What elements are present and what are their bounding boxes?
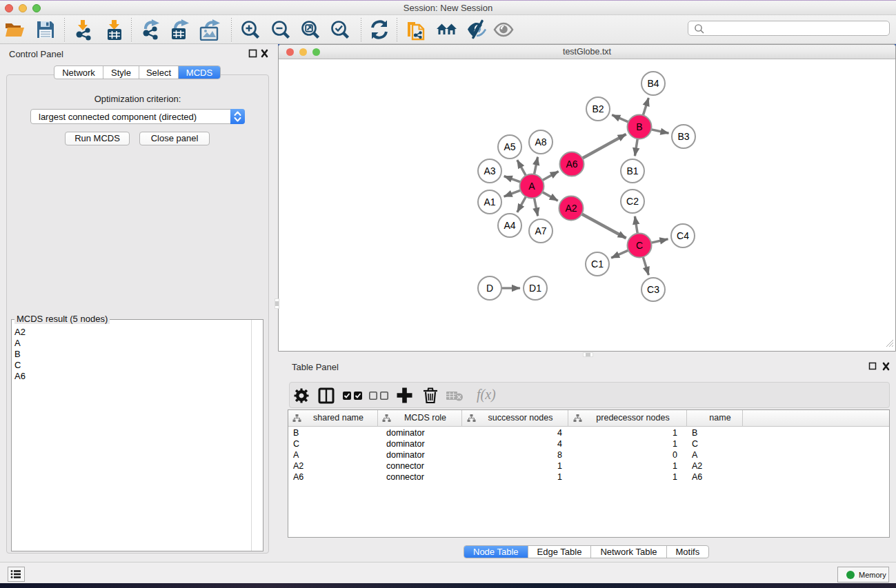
svg-text:B3: B3 <box>677 131 689 142</box>
svg-text:A3: A3 <box>484 165 495 176</box>
svg-text:B4: B4 <box>647 78 659 89</box>
svg-text:C2: C2 <box>626 196 639 207</box>
svg-text:A6: A6 <box>566 159 577 170</box>
svg-text:C: C <box>636 240 643 251</box>
svg-text:B2: B2 <box>592 103 604 114</box>
svg-text:A: A <box>528 181 535 192</box>
svg-text:B: B <box>636 121 642 132</box>
svg-text:A1: A1 <box>484 196 495 207</box>
svg-text:C4: C4 <box>677 230 689 241</box>
svg-text:D1: D1 <box>529 283 541 294</box>
svg-text:A7: A7 <box>535 225 546 236</box>
svg-text:A5: A5 <box>504 141 515 152</box>
svg-text:A2: A2 <box>565 203 577 214</box>
svg-text:B1: B1 <box>626 165 638 176</box>
svg-text:A8: A8 <box>535 136 546 148</box>
svg-text:C1: C1 <box>591 258 604 270</box>
svg-text:D: D <box>486 283 493 294</box>
svg-text:C3: C3 <box>647 284 659 295</box>
svg-text:A4: A4 <box>504 220 515 231</box>
